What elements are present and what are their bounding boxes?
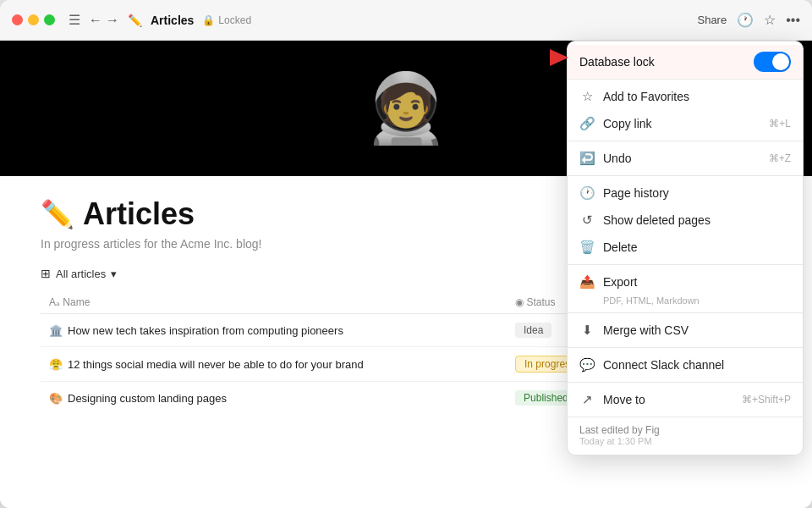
menu-item-show-deleted[interactable]: ↺Show deleted pages <box>568 207 803 234</box>
back-button[interactable]: ← <box>89 13 102 28</box>
menu-item-move-to[interactable]: ↗Move to⌘+Shift+P <box>568 386 803 413</box>
row-emoji: 🎨 <box>49 392 63 405</box>
lock-indicator: 🔒 Locked <box>202 14 251 26</box>
delete-icon: 🗑️ <box>579 240 595 255</box>
add-favorites-label: Add to Favorites <box>603 90 791 103</box>
sidebar-toggle-icon[interactable]: ☰ <box>69 12 80 28</box>
page-title-titlebar: Articles <box>151 14 194 27</box>
status-col-icon: ◉ <box>515 296 526 308</box>
menu-divider <box>568 175 803 176</box>
arrow-shape <box>550 49 568 66</box>
astronaut-image: 🧑‍🚀 <box>364 69 448 148</box>
copy-link-shortcut: ⌘+L <box>769 118 791 130</box>
edit-icon: ✏️ <box>128 14 142 27</box>
menu-item-copy-link[interactable]: 🔗Copy link⌘+L <box>568 110 803 137</box>
footer-edited-by: Last edited by Fig <box>579 424 791 436</box>
chevron-down-icon: ▾ <box>111 268 117 280</box>
move-to-label: Move to <box>603 393 733 406</box>
add-favorites-icon: ☆ <box>579 89 595 104</box>
name-col-icon: Aₐ <box>49 296 63 308</box>
table-icon: ⊞ <box>41 267 51 280</box>
page-emoji: ✏️ <box>41 198 74 230</box>
cell-name: 🎨Designing custom landing pages <box>41 382 507 415</box>
slack-label: Connect Slack channel <box>603 358 791 372</box>
page-history-icon: 🕐 <box>579 185 595 201</box>
export-label: Export <box>603 275 791 289</box>
minimize-button[interactable] <box>28 14 39 25</box>
menu-divider <box>568 382 803 383</box>
arrow-indicator <box>550 49 568 66</box>
view-selector[interactable]: ⊞ All articles ▾ <box>41 267 117 280</box>
undo-shortcut: ⌘+Z <box>769 152 791 164</box>
menu-item-export[interactable]: 📤Export <box>568 268 803 295</box>
menu-item-slack[interactable]: 💬Connect Slack channel <box>568 351 803 378</box>
row-emoji: 😤 <box>49 358 63 371</box>
merge-csv-label: Merge with CSV <box>603 323 791 337</box>
delete-label: Delete <box>603 240 791 254</box>
context-menu: Database lock ☆Add to Favorites🔗Copy lin… <box>567 41 804 456</box>
menu-footer: Last edited by Fig Today at 1:30 PM <box>568 417 803 451</box>
menu-divider <box>568 264 803 265</box>
copy-link-label: Copy link <box>603 117 760 130</box>
favorites-icon[interactable]: ☆ <box>764 12 776 28</box>
undo-icon: ↩️ <box>579 151 595 166</box>
move-to-icon: ↗ <box>579 392 595 407</box>
menu-item-undo[interactable]: ↩️Undo⌘+Z <box>568 145 803 172</box>
menu-divider <box>568 347 803 348</box>
move-to-shortcut: ⌘+Shift+P <box>742 394 791 406</box>
merge-csv-icon: ⬇ <box>579 323 595 338</box>
undo-label: Undo <box>603 152 760 165</box>
database-lock-row: Database lock <box>568 45 803 80</box>
nav-arrows: ← → <box>89 13 119 28</box>
toggle-knob <box>772 53 789 70</box>
database-lock-label: Database lock <box>579 55 655 69</box>
traffic-lights <box>12 14 55 25</box>
show-deleted-label: Show deleted pages <box>603 213 791 227</box>
status-badge: Idea <box>515 323 551 338</box>
forward-button[interactable]: → <box>106 13 119 28</box>
view-label: All articles <box>56 268 106 280</box>
menu-item-merge-csv[interactable]: ⬇Merge with CSV <box>568 317 803 344</box>
menu-item-delete[interactable]: 🗑️Delete <box>568 234 803 261</box>
database-lock-toggle[interactable] <box>754 52 791 72</box>
copy-link-icon: 🔗 <box>579 116 595 131</box>
cell-name: 🏛️How new tech takes inspiration from co… <box>41 314 507 347</box>
menu-item-add-favorites[interactable]: ☆Add to Favorites <box>568 83 803 110</box>
export-sub: PDF, HTML, Markdown <box>568 295 803 309</box>
more-options-button[interactable]: ••• <box>786 13 800 28</box>
page-title: Articles <box>83 196 195 232</box>
close-button[interactable] <box>12 14 23 25</box>
show-deleted-icon: ↺ <box>579 213 595 228</box>
lock-label: Locked <box>218 14 251 26</box>
row-emoji: 🏛️ <box>49 324 63 337</box>
col-header-name: Aₐ Name <box>41 291 507 314</box>
menu-divider <box>568 141 803 141</box>
titlebar-right: Share 🕐 ☆ ••• <box>697 12 800 28</box>
maximize-button[interactable] <box>44 14 55 25</box>
app-window: ☰ ← → ✏️ Articles 🔒 Locked Share 🕐 ☆ •••… <box>0 0 812 508</box>
menu-item-page-history[interactable]: 🕐Page history <box>568 179 803 207</box>
footer-timestamp: Today at 1:30 PM <box>579 436 791 446</box>
menu-items-container: ☆Add to Favorites🔗Copy link⌘+L↩️Undo⌘+Z🕐… <box>568 83 803 413</box>
titlebar: ☰ ← → ✏️ Articles 🔒 Locked Share 🕐 ☆ ••• <box>0 0 812 41</box>
export-icon: 📤 <box>579 274 595 290</box>
menu-divider <box>568 312 803 313</box>
cell-name: 😤12 things social media will never be ab… <box>41 347 507 382</box>
history-icon[interactable]: 🕐 <box>737 12 754 28</box>
lock-icon: 🔒 <box>202 14 215 26</box>
page-history-label: Page history <box>603 186 791 200</box>
share-button[interactable]: Share <box>697 14 727 26</box>
slack-icon: 💬 <box>579 357 595 373</box>
